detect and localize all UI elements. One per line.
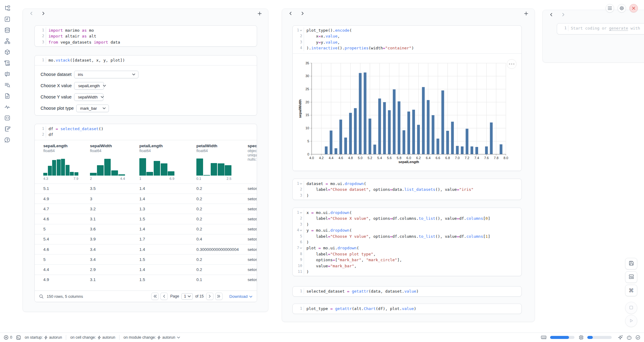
- table-row[interactable]: 4.42.91.40.2setosa: [35, 264, 257, 274]
- table-row[interactable]: 4.73.21.30.2setosa: [35, 204, 257, 214]
- column-histogram[interactable]: 24.4: [90, 157, 125, 180]
- column-histogram[interactable]: 16.9: [139, 157, 174, 180]
- package-icon[interactable]: [3, 48, 11, 56]
- code-editor[interactable]: 1import marimo as mo2import altair as al…: [35, 26, 257, 47]
- table-row[interactable]: 4.63.41.40.30000000000000004setosa: [35, 244, 257, 254]
- stop-button[interactable]: [625, 302, 637, 314]
- error-count-badge[interactable]: 0: [4, 335, 12, 340]
- add-cell-button[interactable]: [256, 10, 263, 17]
- logs-search-icon[interactable]: [3, 81, 11, 89]
- check-circle-icon[interactable]: [635, 335, 640, 340]
- document-icon[interactable]: [3, 92, 11, 100]
- last-page-button[interactable]: [215, 293, 223, 300]
- column-name[interactable]: sepalLength: [43, 144, 90, 148]
- database-icon[interactable]: [3, 26, 11, 34]
- next-page-button[interactable]: [206, 293, 213, 300]
- help-icon[interactable]: [3, 136, 11, 144]
- column-header: [282, 9, 535, 18]
- choose-plot-type-select[interactable]: mark_bar: [76, 105, 109, 112]
- code-editor[interactable]: 1plot_type().encode(2 x=x.value,3 y=y.va…: [293, 26, 521, 53]
- notebook-cell[interactable]: 1selected_dataset = getattr(data, datase…: [292, 286, 522, 297]
- fold-chevron-icon[interactable]: [300, 247, 302, 249]
- column-histogram[interactable]: 4.37.9: [43, 157, 78, 180]
- add-cell-button[interactable]: [523, 10, 529, 17]
- notebook-cell[interactable]: 1plot_type = getattr(alt.Chart(df), plot…: [292, 304, 522, 314]
- move-right-button[interactable]: [560, 11, 567, 18]
- close-icon[interactable]: [629, 4, 638, 12]
- scroll-text-icon[interactable]: [3, 59, 11, 67]
- first-page-button[interactable]: [151, 293, 159, 300]
- runtime-config-item[interactable]: on module change: autorun: [123, 335, 180, 340]
- choose-y-value-select[interactable]: sepalWidth: [74, 93, 103, 101]
- svg-text:sepalWidth: sepalWidth: [298, 99, 302, 118]
- code-editor[interactable]: 1df = selected_dataset()2df: [35, 124, 257, 140]
- choose-x-value-select[interactable]: sepalLength: [74, 82, 104, 90]
- notebook-cell[interactable]: 1import marimo as mo2import altair as al…: [34, 25, 257, 47]
- table-cell: 5.4: [43, 237, 90, 241]
- code-editor[interactable]: 1plot_type = getattr(alt.Chart(df), plot…: [293, 304, 521, 314]
- code-editor[interactable]: 1dataset = mo.ui.dropdown(2 label="Choos…: [293, 179, 521, 200]
- notebook-cell[interactable]: 1mo.vstack([dataset, x, y, plot]) Choose…: [34, 55, 257, 116]
- menu-button[interactable]: [606, 4, 614, 12]
- notebook-cell[interactable]: 1plot_type().encode(2 x=x.value,3 y=y.va…: [292, 25, 522, 171]
- altair-bar-chart[interactable]: 4.04.24.44.64.85.05.25.45.65.86.06.26.46…: [293, 54, 521, 171]
- fold-chevron-icon[interactable]: [300, 230, 302, 231]
- code-editor[interactable]: 1selected_dataset = getattr(data, datase…: [293, 287, 521, 296]
- notebook-cell[interactable]: 1df = selected_dataset()2dfsepalLength f…: [34, 124, 257, 302]
- column-name[interactable]: sepalWidth: [90, 144, 139, 148]
- dependency-graph-icon[interactable]: [3, 37, 11, 45]
- move-right-button[interactable]: [40, 10, 47, 17]
- table-row[interactable]: 5.13.51.40.2setosa: [35, 183, 257, 194]
- code-line: 11): [293, 269, 521, 275]
- table-row[interactable]: 53.61.40.2setosa: [35, 224, 257, 234]
- save-button[interactable]: [625, 258, 637, 269]
- settings-button[interactable]: [617, 4, 626, 12]
- notebook-cell[interactable]: 1dataset = mo.ui.dropdown(2 label="Choos…: [292, 179, 522, 200]
- chat-bot-icon[interactable]: [3, 70, 11, 78]
- file-tree-icon[interactable]: [3, 4, 11, 12]
- choose-dataset-select[interactable]: iris: [74, 71, 138, 78]
- table-cell: 1.4: [139, 267, 196, 272]
- table-row[interactable]: 4.931.40.2setosa: [35, 194, 257, 204]
- table-row[interactable]: 4.63.11.50.2setosa: [35, 214, 257, 224]
- search-icon[interactable]: [39, 294, 44, 299]
- scratchpad-icon[interactable]: [3, 125, 11, 133]
- runtime-config-item[interactable]: on startup: autorun: [25, 335, 62, 340]
- table-row[interactable]: 5.43.91.70.4setosa: [35, 234, 257, 244]
- tracing-activity-icon[interactable]: [3, 103, 11, 111]
- run-button[interactable]: [625, 315, 637, 327]
- function-square-icon[interactable]: [3, 15, 11, 23]
- assistant-icon[interactable]: [627, 335, 632, 340]
- chart-actions-button[interactable]: [507, 59, 517, 69]
- table-row[interactable]: 53.41.50.2setosa: [35, 254, 257, 264]
- table-row[interactable]: 4.93.11.50.1setosa: [35, 275, 257, 285]
- move-left-button[interactable]: [28, 10, 35, 17]
- code-editor[interactable]: 1x = mo.ui.dropdown(2 label="Choose X va…: [293, 208, 521, 276]
- move-left-button[interactable]: [287, 10, 294, 17]
- column-name[interactable]: species: [248, 144, 257, 148]
- table-cell: setosa: [248, 186, 257, 191]
- layout-button[interactable]: [625, 271, 637, 283]
- page-select[interactable]: 1: [181, 293, 193, 300]
- terminal-button[interactable]: [16, 335, 21, 340]
- column-type: float64: [43, 149, 90, 153]
- move-right-button[interactable]: [299, 10, 306, 17]
- prev-page-button[interactable]: [160, 293, 168, 300]
- snippets-code-icon[interactable]: [3, 114, 11, 122]
- notebook-cell[interactable]: 1Start coding or generate with: [557, 23, 644, 34]
- column-histogram[interactable]: 0.12.5: [196, 157, 231, 180]
- download-button[interactable]: Download: [229, 294, 252, 299]
- fold-chevron-icon[interactable]: [300, 183, 302, 185]
- command-palette-button[interactable]: ⌘: [625, 285, 637, 296]
- code-editor[interactable]: 1Start coding or generate with: [557, 23, 644, 33]
- move-left-button[interactable]: [548, 11, 555, 18]
- fold-chevron-icon[interactable]: [300, 212, 302, 214]
- notebook-cell[interactable]: 1x = mo.ui.dropdown(2 label="Choose X va…: [292, 208, 522, 276]
- sparkles-icon[interactable]: [618, 335, 623, 340]
- fold-chevron-icon[interactable]: [300, 30, 302, 31]
- runtime-config-item[interactable]: on cell change: autorun: [70, 335, 115, 340]
- table-cell: 4.7: [43, 207, 90, 211]
- column-name[interactable]: petalWidth: [196, 144, 248, 148]
- column-name[interactable]: petalLength: [139, 144, 196, 148]
- code-editor[interactable]: 1mo.vstack([dataset, x, y, plot]): [35, 55, 257, 65]
